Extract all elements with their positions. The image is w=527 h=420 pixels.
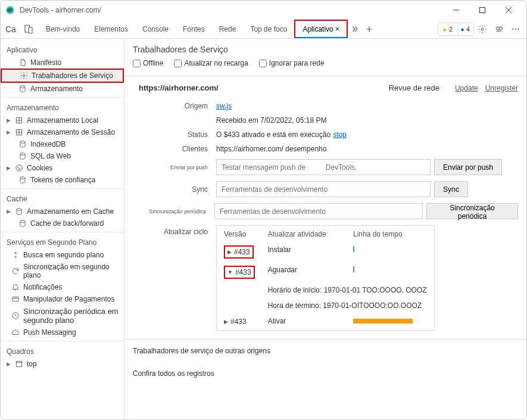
settings-icon[interactable] — [478, 24, 487, 34]
sidebar-item-trust-tokens[interactable]: Tokens de confiança — [1, 174, 124, 186]
offline-checkbox[interactable]: Offline — [133, 59, 163, 67]
sidebar-item-cookies[interactable]: ▶Cookies — [1, 162, 124, 174]
timeline-tick — [353, 266, 354, 272]
sw-script-link[interactable]: sw.js — [216, 102, 232, 110]
sidebar-item-manifest[interactable]: Manifesto — [1, 57, 124, 69]
th-timeline: Linha do tempo — [347, 227, 433, 241]
svg-point-27 — [20, 169, 20, 169]
push-input[interactable] — [216, 159, 431, 175]
sidebar-item-notifications[interactable]: Notificações — [1, 281, 124, 293]
sidebar-label: Manifesto — [30, 58, 61, 67]
card-icon — [11, 295, 20, 303]
minimize-button[interactable] — [443, 1, 469, 19]
svg-point-31 — [20, 220, 25, 223]
version-chip[interactable]: ▶#433 — [224, 318, 247, 326]
sidebar-item-cache-storage[interactable]: ▶Armazenamento em Cache — [1, 206, 124, 217]
push-button[interactable]: Enviar por push — [434, 159, 502, 175]
info-count[interactable]: 4 — [457, 23, 472, 35]
sidebar-label: Push Messaging — [23, 328, 76, 337]
sidebar-item-indexeddb[interactable]: IndexedDB — [1, 138, 124, 150]
svg-point-30 — [17, 209, 21, 211]
sidebar-header-app: Aplicativo — [1, 42, 124, 57]
sync-icon — [11, 251, 20, 259]
sidebar-item-pushmsg[interactable]: Push Messaging — [1, 326, 124, 338]
start-time: Horário de início: 1970-01-01 TOO:OOOO. … — [262, 283, 433, 297]
version-chip[interactable]: ▶#433 — [224, 245, 254, 259]
inspect-label: Ca — [3, 24, 18, 34]
version-chip[interactable]: ▼#433 — [224, 266, 255, 279]
sync-input[interactable] — [216, 181, 431, 197]
sidebar-item-bgsync[interactable]: Sincronização em segundo plano — [1, 261, 124, 281]
tab-console[interactable]: Console — [135, 20, 176, 38]
sidebar-item-bgfetch[interactable]: Busca em segundo plano — [1, 249, 124, 261]
sidebar-item-periodicsync[interactable]: Sincronização periódica em segundo plano — [1, 305, 124, 326]
tabs-overflow-icon[interactable] — [348, 22, 362, 36]
issues-badges[interactable]: 2 4 — [438, 23, 474, 36]
sidebar-label: Manipulador de Pagamentos — [23, 295, 114, 303]
svg-point-28 — [18, 169, 19, 170]
activity-install: Instalar — [262, 242, 346, 262]
grid-icon — [15, 128, 23, 136]
sidebar-header-cache: Cache — [1, 191, 124, 206]
activity-activate: Ativar — [262, 314, 346, 329]
panel-title: Trabalhadores de Serviço — [133, 45, 518, 54]
bypass-sw-checkbox[interactable]: Ignorar para rede — [259, 59, 325, 67]
sidebar-item-storage[interactable]: Armazenamento — [1, 83, 124, 95]
svg-rect-35 — [16, 361, 21, 366]
svg-point-9 — [481, 28, 484, 30]
status-text: O $433 ativado e está em execução — [216, 130, 330, 139]
sidebar-item-session-storage[interactable]: ▶Armazenamento de Sessão — [1, 126, 124, 138]
sidebar-label: Cache de back/forward — [30, 219, 104, 228]
periodic-button[interactable]: Sincronização periódica — [426, 203, 518, 219]
svg-point-24 — [20, 153, 25, 155]
tab-topfocus[interactable]: Top de foco — [243, 20, 294, 38]
database-icon — [18, 176, 27, 184]
network-review-label: Revue de rede — [389, 83, 439, 92]
svg-point-15 — [23, 74, 25, 77]
cycle-label: Atualizar ciclo — [139, 225, 216, 236]
tab-network[interactable]: Rede — [212, 20, 244, 38]
sidebar-label: Busca em segundo plano — [23, 251, 104, 259]
timeline-tick — [353, 246, 354, 252]
svg-rect-2 — [480, 8, 485, 13]
svg-point-13 — [515, 28, 516, 29]
sidebar-item-local-storage[interactable]: ▶Armazenamento Local — [1, 114, 124, 126]
device-toggle-icon[interactable] — [23, 24, 34, 35]
tab-welcome[interactable]: Bem-vindo — [39, 20, 87, 38]
sidebar-item-payments[interactable]: Manipulador de Pagamentos — [1, 293, 124, 305]
tab-elements[interactable]: Elementos — [87, 20, 135, 38]
more-menu-icon[interactable] — [511, 24, 520, 34]
new-tab-button[interactable] — [362, 22, 376, 36]
expand-icon: ▶ — [227, 249, 232, 255]
sync-button[interactable]: Sync — [434, 181, 468, 197]
tab-sources[interactable]: Fontes — [176, 20, 212, 38]
sidebar-label: Notificações — [23, 283, 62, 291]
periodic-input[interactable] — [214, 203, 423, 219]
maximize-button[interactable] — [469, 1, 495, 19]
activity-wait: Aguardar — [262, 263, 346, 282]
edge-icon — [5, 5, 15, 15]
update-link[interactable]: Update — [455, 84, 478, 92]
sidebar-item-websql[interactable]: SQL da Web — [1, 150, 124, 162]
svg-rect-6 — [29, 27, 32, 33]
push-label: Enviar por push — [139, 164, 216, 170]
sidebar-item-bfcache[interactable]: Cache de back/forward — [1, 217, 124, 229]
svg-point-25 — [16, 165, 23, 172]
other-origins-row[interactable]: Trabalhadores de serviço de outras orige… — [124, 339, 526, 362]
tab-application[interactable]: Aplicativo × — [294, 20, 348, 38]
sidebar-item-frame-top[interactable]: ▶top — [1, 358, 124, 370]
expand-icon: ▶ — [224, 319, 228, 325]
collapse-icon: ▼ — [227, 269, 233, 275]
refresh-icon — [11, 267, 20, 275]
sidebar-label: Sincronização em segundo plano — [23, 263, 121, 279]
see-all-registrations[interactable]: Confira todos os registros — [124, 362, 526, 385]
update-on-reload-checkbox[interactable]: Atualizar no recarga — [174, 59, 248, 67]
close-button[interactable] — [495, 1, 522, 19]
warnings-count[interactable]: 2 — [439, 23, 455, 35]
sidebar-item-service-workers[interactable]: Trabalhadores de Serviço — [1, 69, 124, 83]
feedback-icon[interactable] — [494, 24, 504, 34]
unregister-link[interactable]: Unregister — [485, 84, 518, 92]
stop-link[interactable]: stop — [333, 130, 347, 139]
svg-point-12 — [512, 28, 513, 29]
sidebar-label: IndexedDB — [30, 140, 66, 148]
